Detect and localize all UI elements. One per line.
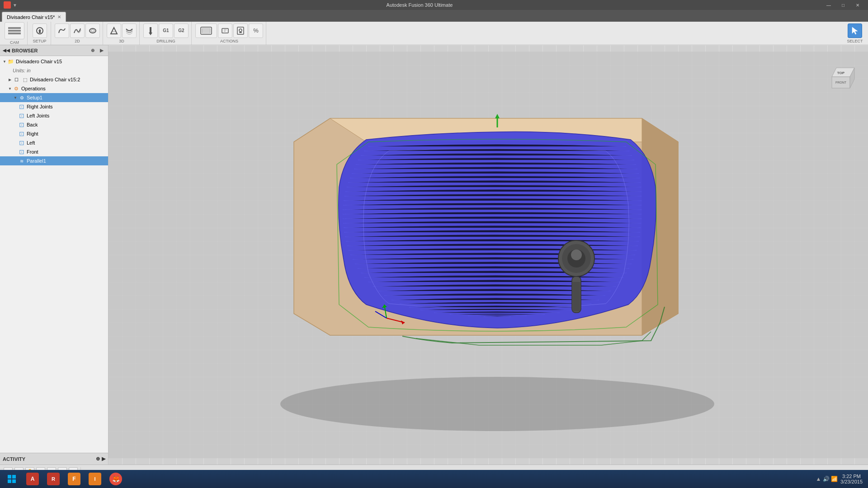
viewport[interactable]: TOP FRONT xyxy=(108,45,868,465)
front-icon: ⊡ xyxy=(18,148,25,155)
tree-item-right-joints[interactable]: ⊡ Right Joints xyxy=(0,102,108,111)
post-process-button[interactable] xyxy=(218,23,232,38)
toolbar-drilling: G1 G2 DRILLING xyxy=(141,22,192,45)
taskbar-fusion[interactable]: F xyxy=(64,471,84,487)
2d-adaptive-button[interactable] xyxy=(70,23,85,38)
front-label: Front xyxy=(27,149,106,155)
main-area: ◀◀ BROWSER ⊕ ▶ ▼ 📁 Divisadero Chair v15 … xyxy=(0,45,868,465)
svg-rect-2 xyxy=(8,33,21,34)
model-comp-icon: ⬚ xyxy=(21,76,28,83)
svg-rect-10 xyxy=(202,28,210,33)
toolbar-2d: 2D xyxy=(52,22,103,45)
model-icon: ☐ xyxy=(13,76,20,83)
tab-bar: Divisadero Chair v15* ✕ xyxy=(0,10,868,22)
tree-item-operations[interactable]: ▼ ⚙ Operations xyxy=(0,84,108,93)
tree-item-left-joints[interactable]: ⊡ Left Joints xyxy=(0,111,108,120)
setup1-icon: ⚙ xyxy=(18,94,25,101)
tree-item-parallel1[interactable]: ≋ Parallel1 xyxy=(0,156,108,165)
svg-point-5 xyxy=(90,28,96,33)
collapse-icon[interactable]: ◀◀ xyxy=(3,48,10,53)
autodesk-icon: A xyxy=(26,473,39,485)
svg-text:FRONT: FRONT xyxy=(835,81,847,84)
drilling-button[interactable] xyxy=(143,23,158,38)
svg-rect-0 xyxy=(8,27,21,29)
root-icon: 📁 xyxy=(7,58,14,65)
taskbar-red-app[interactable]: R xyxy=(43,471,63,487)
right-joints-label: Right Joints xyxy=(27,104,106,109)
activity-expand[interactable]: ⊕ xyxy=(96,456,100,462)
window-title: Autodesk Fusion 360 Ultimate xyxy=(17,2,822,8)
svg-point-21 xyxy=(280,377,714,431)
3d-parallel-button[interactable] xyxy=(122,23,137,38)
units-label: Units: in xyxy=(13,68,106,73)
tree-arrow-setup1[interactable]: ▼ xyxy=(13,95,18,100)
tree-item-setup1[interactable]: ▼ ⚙ Setup1 xyxy=(0,93,108,102)
title-bar: ▼ Autodesk Fusion 360 Ultimate — □ ✕ xyxy=(0,0,868,10)
operations-label: Operations xyxy=(21,86,106,91)
tree-item-model[interactable]: ▶ ☐ ⬚ Divisadero Chair v15:2 xyxy=(0,75,108,84)
svg-text:TOP: TOP xyxy=(837,71,845,75)
toolbar-3d-label: 3D xyxy=(119,39,124,43)
2d-pocket-button[interactable] xyxy=(85,23,100,38)
3d-adaptive-button[interactable] xyxy=(107,23,121,38)
parallel1-label: Parallel1 xyxy=(27,158,106,164)
red-app-icon: R xyxy=(47,473,60,485)
tree-item-front[interactable]: ⊡ Front xyxy=(0,147,108,156)
tree-arrow-model[interactable]: ▶ xyxy=(7,77,13,82)
maximize-button[interactable]: □ xyxy=(836,0,850,9)
view-cube[interactable]: TOP FRONT xyxy=(823,54,859,90)
browser-controls: ⊕ ▶ xyxy=(89,47,105,54)
taskbar-firefox[interactable]: 🦊 xyxy=(106,471,126,487)
select-button[interactable] xyxy=(848,23,862,38)
firefox-icon: 🦊 xyxy=(109,473,122,485)
toolbar-select-label: SELECT xyxy=(847,39,863,43)
back-label: Back xyxy=(27,122,106,127)
toolbar-actions: % ACTIONS xyxy=(193,22,266,45)
taskbar-time: 3:22 PM xyxy=(840,474,863,479)
taskbar-autodesk[interactable]: A xyxy=(23,471,42,487)
activity-collapse[interactable]: ▶ xyxy=(102,456,105,462)
toolbar-drilling-label: DRILLING xyxy=(156,39,175,43)
tab-label: Divisadero Chair v15* xyxy=(7,14,55,20)
percentage-button[interactable]: % xyxy=(249,23,263,38)
start-button[interactable] xyxy=(2,471,22,487)
svg-rect-1 xyxy=(8,30,21,32)
right-joints-icon: ⊡ xyxy=(18,103,25,110)
g1-button[interactable]: G1 xyxy=(159,23,173,38)
toolbar-select: SELECT xyxy=(844,22,866,45)
document-tab[interactable]: Divisadero Chair v15* ✕ xyxy=(2,12,66,22)
tree-arrow-operations[interactable]: ▼ xyxy=(7,86,13,91)
simulate-button[interactable] xyxy=(195,23,217,38)
g2-button[interactable]: G2 xyxy=(174,23,189,38)
windows-icon xyxy=(5,473,18,485)
close-button[interactable]: ✕ xyxy=(851,0,864,9)
tree-item-root[interactable]: ▼ 📁 Divisadero Chair v15 xyxy=(0,57,108,66)
svg-marker-8 xyxy=(149,33,152,35)
svg-rect-7 xyxy=(150,27,151,33)
browser-collapse-btn[interactable]: ▶ xyxy=(98,47,105,54)
left-icon: ⊡ xyxy=(18,139,25,146)
browser-header: ◀◀ BROWSER ⊕ ▶ xyxy=(0,45,108,56)
tree-item-left[interactable]: ⊡ Left xyxy=(0,138,108,147)
setup-button[interactable] xyxy=(33,23,47,38)
browser-expand-btn[interactable]: ⊕ xyxy=(89,47,96,54)
back-icon: ⊡ xyxy=(18,121,25,128)
tree-arrow-root[interactable]: ▼ xyxy=(2,59,7,64)
taskbar-inventor[interactable]: I xyxy=(85,471,105,487)
toolbar-2d-label: 2D xyxy=(75,39,80,43)
app-icon xyxy=(4,1,11,9)
minimize-button[interactable]: — xyxy=(822,0,835,9)
inspect-button[interactable] xyxy=(233,23,248,38)
left-joints-icon: ⊡ xyxy=(18,112,25,119)
taskbar-clock: 3:22 PM 3/23/2015 xyxy=(840,474,863,484)
svg-point-6 xyxy=(91,29,94,32)
2d-contour-button[interactable] xyxy=(55,23,69,38)
cam-home-button[interactable] xyxy=(5,22,24,39)
svg-rect-40 xyxy=(8,475,11,479)
svg-point-25 xyxy=(571,249,582,260)
toolbar: CAM SETUP xyxy=(0,22,868,45)
tree-item-back[interactable]: ⊡ Back xyxy=(0,120,108,129)
close-tab-button[interactable]: ✕ xyxy=(57,14,61,19)
tree-item-right[interactable]: ⊡ Right xyxy=(0,129,108,138)
toolbar-cam: CAM xyxy=(2,22,28,45)
